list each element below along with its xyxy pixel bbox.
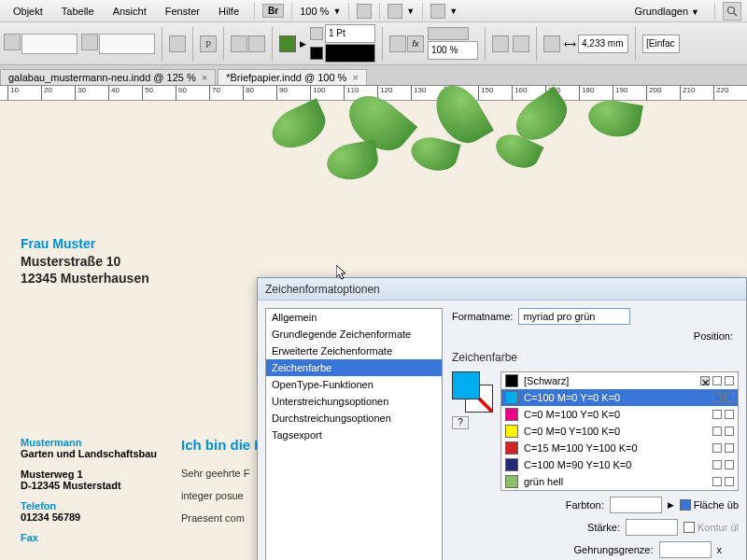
format-name-input[interactable] <box>518 308 630 325</box>
width-icon: ⟷ <box>564 39 576 49</box>
miter-input[interactable] <box>659 541 712 558</box>
close-icon[interactable]: × <box>352 72 358 83</box>
category-item[interactable]: Grundlegende Zeichenformate <box>266 326 442 343</box>
selection-icon[interactable] <box>4 34 21 50</box>
view-options-icon[interactable] <box>357 4 372 19</box>
zoom-level[interactable]: 100 % <box>300 6 329 17</box>
bridge-button[interactable]: Br <box>262 4 284 18</box>
frame-fit-icon[interactable] <box>543 35 560 52</box>
stroke-override-checkbox[interactable] <box>684 522 695 533</box>
corner-icon[interactable] <box>513 35 529 52</box>
stroke-weight-icon <box>310 27 323 40</box>
color-mode-icon <box>725 427 734 436</box>
color-row[interactable]: C=15 M=100 Y=100 K=0 <box>501 440 738 456</box>
category-item[interactable]: Zeichenfarbe <box>266 359 442 376</box>
color-name: C=0 M=0 Y=100 K=0 <box>524 426 620 437</box>
menu-ansicht[interactable]: Ansicht <box>106 3 154 20</box>
color-type-icon <box>712 460 722 469</box>
stroke-weight-input[interactable]: 1 Pt <box>325 24 375 43</box>
color-swatch-icon <box>505 425 518 438</box>
fx-icon[interactable]: fx <box>407 35 424 52</box>
tab-galabau[interactable]: galabau_mustermann-neu.indd @ 125 %× <box>0 69 216 85</box>
opacity-input[interactable]: 100 % <box>428 41 478 60</box>
color-row[interactable]: C=0 M=0 Y=100 K=0 <box>501 423 738 440</box>
tab-briefpapier[interactable]: *Briefpapier.indd @ 100 %× <box>218 69 367 85</box>
svg-point-0 <box>728 7 735 13</box>
ruler-tick: 60 <box>176 86 187 101</box>
menu-objekt[interactable]: Objekt <box>6 3 50 20</box>
ruler-tick: 20 <box>41 86 52 101</box>
search-icon[interactable] <box>723 2 741 21</box>
swatch-info-icon[interactable]: ? <box>452 416 469 429</box>
stroke-style-dropdown[interactable] <box>325 44 375 63</box>
menu-tabelle[interactable]: Tabelle <box>54 3 102 20</box>
color-name: C=15 M=100 Y=100 K=0 <box>524 442 638 454</box>
align-icon[interactable] <box>248 35 265 52</box>
dialog-title[interactable]: Zeichenformatoptionen <box>258 278 746 301</box>
category-item[interactable]: Unterstreichungsoptionen <box>266 393 442 410</box>
style-dropdown[interactable]: [Einfac <box>642 35 680 53</box>
stroke-style-icon <box>310 47 323 60</box>
stroke-override-label: Kontur ül <box>698 522 739 533</box>
color-row[interactable]: [Schwarz]✕ <box>501 372 738 389</box>
color-mode-icon <box>725 443 734 453</box>
color-type-icon <box>712 393 722 402</box>
category-item[interactable]: Erweiterte Zeichenformate <box>266 343 442 359</box>
fill-swatch[interactable] <box>279 35 296 52</box>
color-row[interactable]: C=100 M=0 Y=0 K=0 <box>501 389 738 406</box>
leading-field[interactable] <box>99 34 155 54</box>
workspace-dropdown[interactable]: Grundlagen ▼ <box>627 3 707 20</box>
company-desc: Garten und Landschaftsbau <box>21 448 157 459</box>
fill-override-checkbox[interactable] <box>680 499 691 511</box>
color-type-icon <box>712 410 722 419</box>
category-item[interactable]: Allgemein <box>266 309 442 326</box>
canvas[interactable]: Frau Muster Musterstraße 10 12345 Muster… <box>0 101 747 560</box>
fill-override-label: Fläche üb <box>694 499 739 511</box>
category-item[interactable]: Durchstreichungsoptionen <box>266 410 442 427</box>
greeting: Sehr geehrte F <box>181 468 264 479</box>
text-icon[interactable]: P <box>200 35 217 52</box>
letter-body[interactable]: Ich bin die H Sehr geehrte F integer pos… <box>181 437 264 535</box>
address-block[interactable]: Frau Muster Musterstraße 10 12345 Muster… <box>21 236 149 287</box>
width-input[interactable]: 4,233 mm <box>578 35 628 53</box>
color-name: grün hell <box>524 476 563 487</box>
recipient-name: Frau Muster <box>21 236 149 251</box>
menu-fenster[interactable]: Fenster <box>158 3 207 20</box>
category-item[interactable]: Tagsexport <box>266 427 442 443</box>
weight-input[interactable] <box>626 519 678 536</box>
color-type-icon <box>712 427 722 436</box>
color-swatch-icon <box>505 391 518 404</box>
color-row[interactable]: grün hell <box>501 473 738 490</box>
color-type-icon <box>712 477 722 486</box>
category-item[interactable]: OpenType-Funktionen <box>266 376 442 393</box>
phone-label: Telefon <box>21 500 157 511</box>
menu-hilfe[interactable]: Hilfe <box>211 3 247 20</box>
ruler-tick: 30 <box>75 86 86 101</box>
miter-label: Gehrungsgrenze: <box>574 544 654 555</box>
anchor-icon[interactable] <box>169 35 186 52</box>
font-size-field[interactable] <box>21 34 78 54</box>
distribute-icon[interactable] <box>231 35 247 52</box>
ruler-tick: 50 <box>142 86 153 101</box>
color-swatch-icon <box>505 458 518 471</box>
color-list[interactable]: [Schwarz]✕C=100 M=0 Y=0 K=0C=0 M=100 Y=0… <box>500 371 739 491</box>
color-type-icon <box>712 376 722 385</box>
swatch-preview[interactable] <box>452 371 493 413</box>
color-row[interactable]: C=0 M=100 Y=0 K=0 <box>501 406 738 423</box>
color-mode-icon <box>725 410 734 419</box>
menu-bar: Objekt Tabelle Ansicht Fenster Hilfe Br … <box>0 0 747 22</box>
color-mode-icon <box>725 477 734 486</box>
arrange-icon[interactable] <box>430 4 445 19</box>
tint-input[interactable] <box>610 497 662 513</box>
screen-mode-icon[interactable] <box>388 4 402 19</box>
sender-footer[interactable]: Mustermann Garten und Landschaftsbau Mus… <box>21 437 157 543</box>
effects-icon[interactable] <box>389 35 406 52</box>
blend-mode-dropdown[interactable] <box>428 27 469 40</box>
category-list[interactable]: AllgemeinGrundlegende ZeichenformateErwe… <box>265 308 443 560</box>
color-name: C=100 M=90 Y=10 K=0 <box>524 459 631 470</box>
format-name-label: Formatname: <box>452 311 513 322</box>
text-wrap-icon[interactable] <box>492 35 509 52</box>
close-icon[interactable]: × <box>202 72 207 83</box>
color-row[interactable]: C=100 M=90 Y=10 K=0 <box>501 456 738 473</box>
ruler-tick: 70 <box>209 86 220 101</box>
